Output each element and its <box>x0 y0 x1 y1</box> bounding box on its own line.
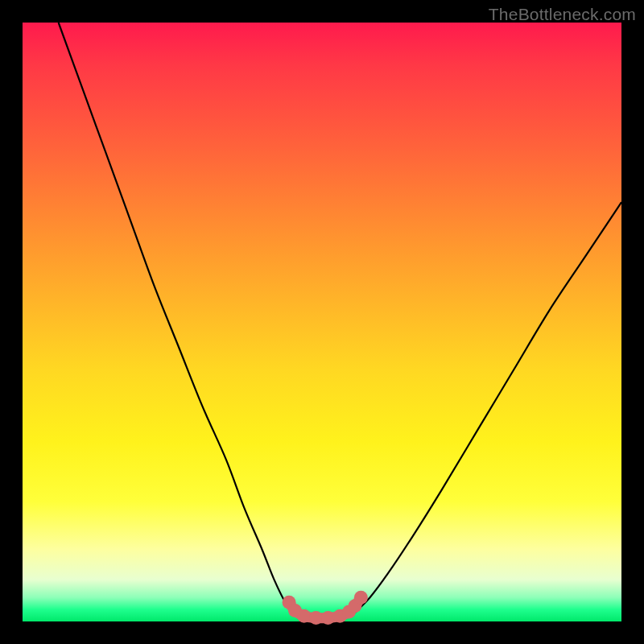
valley-marker-dot <box>309 611 323 625</box>
left-branch-curve <box>59 23 299 616</box>
curve-layer <box>23 23 621 621</box>
right-branch-curve <box>352 202 621 615</box>
chart-stage: TheBottleneck.com <box>0 0 644 644</box>
valley-marker-dot <box>354 591 368 605</box>
plot-area <box>23 23 621 621</box>
valley-marker-dot <box>321 611 335 625</box>
valley-marker-dot <box>297 609 311 623</box>
watermark-label: TheBottleneck.com <box>489 5 636 24</box>
valley-marker-dots <box>283 591 368 625</box>
